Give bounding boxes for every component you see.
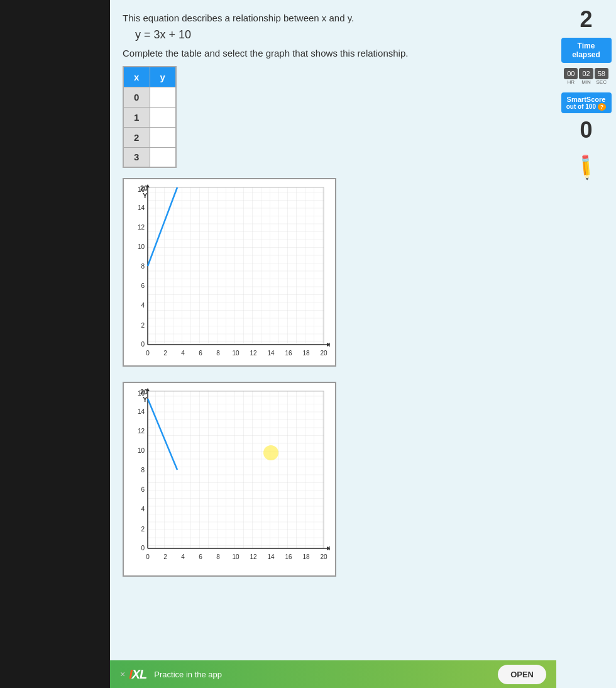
graph2-container[interactable]: 0 2 4 6 8 10 12 14 16 0 2 4 6 8 10 12 [123, 382, 336, 577]
svg-text:0: 0 [146, 350, 150, 357]
svg-text:x: x [329, 544, 330, 552]
svg-text:2: 2 [163, 350, 167, 357]
svg-text:8: 8 [216, 350, 220, 357]
x-value-3: 3 [123, 147, 150, 167]
svg-text:2: 2 [163, 553, 167, 560]
svg-text:8: 8 [216, 553, 220, 560]
y-header: y [150, 67, 176, 87]
close-icon[interactable]: × [120, 669, 125, 679]
graph1-container[interactable]: 0 2 4 6 8 10 12 14 16 0 2 4 6 8 10 12 [123, 178, 336, 367]
x-value-0: 0 [123, 87, 150, 107]
svg-text:4: 4 [181, 350, 185, 357]
svg-rect-30 [148, 391, 324, 548]
graph1-svg: 0 2 4 6 8 10 12 14 16 0 2 4 6 8 10 12 [129, 184, 330, 360]
timer-display: 00 HR 02 MIN 58 SEC [564, 68, 608, 85]
svg-text:2: 2 [141, 322, 145, 329]
smart-score-sublabel: out of 100 ? [566, 103, 607, 110]
y-input-3[interactable] [150, 147, 176, 167]
svg-text:14: 14 [267, 553, 275, 560]
x-value-1: 1 [123, 107, 150, 127]
min-label: MIN [581, 79, 591, 85]
svg-text:8: 8 [141, 263, 145, 270]
time-elapsed-box: Time elapsed [561, 38, 612, 63]
time-elapsed-label: Time elapsed [572, 42, 600, 59]
table-row: 3 [123, 147, 176, 167]
svg-text:8: 8 [141, 467, 145, 474]
complete-text: Complete the table and select the graph … [123, 48, 544, 58]
svg-text:18: 18 [302, 553, 310, 560]
svg-text:12: 12 [250, 350, 257, 357]
seconds-unit: 58 SEC [595, 68, 608, 85]
svg-text:20: 20 [140, 388, 148, 396]
svg-text:14: 14 [138, 204, 145, 211]
practice-app-text: Practice in the app [154, 670, 222, 679]
svg-text:x: x [329, 340, 330, 348]
svg-text:14: 14 [138, 408, 145, 415]
minutes-value: 02 [579, 68, 593, 79]
ixl-logo-container: × IXL Practice in the app [120, 667, 222, 682]
svg-text:Y: Y [143, 396, 148, 403]
svg-text:Y: Y [143, 192, 148, 199]
svg-text:6: 6 [141, 486, 145, 493]
svg-rect-1 [148, 187, 324, 345]
seconds-value: 58 [595, 68, 608, 79]
smart-score-box: SmartScore out of 100 ? [561, 92, 612, 113]
equation-text: y = 3x + 10 [135, 28, 544, 42]
svg-text:18: 18 [302, 350, 310, 357]
y-input-1[interactable] [150, 107, 176, 127]
svg-text:20: 20 [140, 184, 148, 192]
y-input-0[interactable] [150, 87, 176, 107]
smart-score-label: SmartScore [566, 96, 607, 103]
svg-text:10: 10 [232, 553, 239, 560]
svg-text:10: 10 [138, 447, 145, 454]
svg-text:20: 20 [320, 350, 327, 357]
svg-text:16: 16 [285, 350, 292, 357]
svg-text:2: 2 [141, 526, 145, 533]
right-panel: 2 Time elapsed 00 HR 02 MIN 58 SEC Smart… [556, 0, 616, 688]
question-number: 2 [580, 6, 592, 33]
ixl-xl-letters: XL [132, 667, 147, 681]
svg-text:4: 4 [181, 553, 185, 560]
y-input-2[interactable] [150, 127, 176, 147]
xy-table: x y 0 1 2 [123, 66, 177, 168]
svg-text:20: 20 [320, 553, 327, 560]
sec-label: SEC [597, 79, 607, 85]
hours-unit: 00 HR [564, 68, 578, 85]
svg-text:6: 6 [199, 553, 202, 560]
xy-table-container: x y 0 1 2 [123, 66, 544, 168]
svg-text:0: 0 [146, 553, 150, 560]
ixl-brand-logo: IXL [129, 667, 146, 682]
svg-text:16: 16 [285, 553, 292, 560]
pencil-icon: ✏️ [571, 152, 601, 182]
left-sidebar [0, 0, 110, 688]
svg-text:12: 12 [138, 428, 145, 435]
svg-text:12: 12 [250, 553, 257, 560]
graph2-svg: 0 2 4 6 8 10 12 14 16 0 2 4 6 8 10 12 [129, 388, 330, 570]
open-button[interactable]: OPEN [498, 665, 546, 684]
svg-text:12: 12 [138, 224, 145, 231]
graphs-container: 0 2 4 6 8 10 12 14 16 0 2 4 6 8 10 12 [123, 178, 544, 585]
svg-text:0: 0 [141, 545, 145, 552]
table-row: 0 [123, 87, 176, 107]
svg-text:14: 14 [267, 350, 275, 357]
bottom-bar: × IXL Practice in the app OPEN [110, 660, 556, 688]
svg-text:10: 10 [138, 243, 145, 250]
content-area: This equation describes a relationship b… [110, 0, 556, 688]
score-value: 0 [580, 117, 592, 143]
hr-label: HR [567, 79, 575, 85]
svg-text:6: 6 [141, 282, 145, 289]
x-value-2: 2 [123, 127, 150, 147]
svg-text:6: 6 [199, 350, 202, 357]
info-icon[interactable]: ? [598, 103, 607, 111]
svg-text:10: 10 [232, 350, 239, 357]
svg-text:0: 0 [141, 341, 145, 348]
svg-point-59 [263, 445, 278, 460]
svg-text:4: 4 [141, 506, 145, 513]
minutes-unit: 02 MIN [579, 68, 593, 85]
x-header: x [123, 67, 150, 87]
hours-value: 00 [564, 68, 578, 79]
instruction-text: This equation describes a relationship b… [123, 11, 544, 25]
table-row: 1 [123, 107, 176, 127]
table-row: 2 [123, 127, 176, 147]
svg-text:4: 4 [141, 302, 145, 309]
